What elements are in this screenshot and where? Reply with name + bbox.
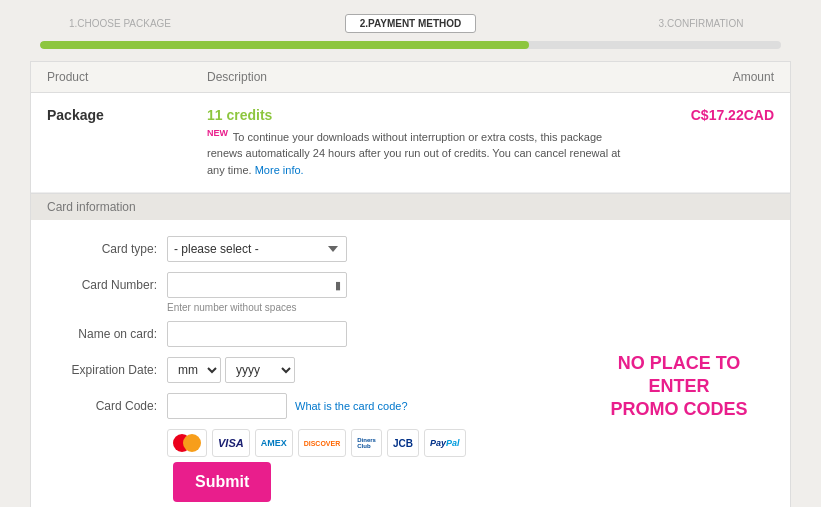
card-type-label: Card type: bbox=[47, 242, 167, 256]
form-left: Card type: - please select - Visa Master… bbox=[47, 236, 574, 507]
expiry-selects: mm 01020304 05060708 09101112 yyyy 20242… bbox=[167, 357, 295, 383]
name-on-card-row: Name on card: bbox=[47, 321, 574, 347]
header-product: Product bbox=[47, 70, 207, 84]
card-code-row: Card Code: What is the card code? bbox=[47, 393, 574, 419]
step-payment-method: 2.PAYMENT METHOD bbox=[331, 14, 491, 33]
card-number-hint: Enter number without spaces bbox=[167, 302, 574, 313]
name-on-card-input[interactable] bbox=[167, 321, 347, 347]
card-number-label: Card Number: bbox=[47, 278, 167, 292]
expiry-month-select[interactable]: mm 01020304 05060708 09101112 bbox=[167, 357, 221, 383]
card-info-header: Card information bbox=[31, 193, 790, 220]
step-confirmation: 3.CONFIRMATION bbox=[621, 18, 781, 29]
expiration-row: Expiration Date: mm 01020304 05060708 09… bbox=[47, 357, 574, 383]
discover-icon: DISCOVER bbox=[298, 429, 347, 457]
form-container: Card type: - please select - Visa Master… bbox=[31, 220, 790, 507]
card-number-input[interactable] bbox=[167, 272, 347, 298]
row-product: Package bbox=[47, 107, 207, 123]
stepper: 1.CHOOSE PACKAGE 2.PAYMENT METHOD 3.CONF… bbox=[0, 0, 821, 33]
card-number-wrapper: ▮ bbox=[167, 272, 347, 298]
progress-bar-container bbox=[40, 41, 781, 49]
jcb-icon: JCB bbox=[387, 429, 419, 457]
header-description: Description bbox=[207, 70, 634, 84]
card-number-icon: ▮ bbox=[335, 279, 341, 292]
header-amount: Amount bbox=[634, 70, 774, 84]
step-choose-package: 1.CHOOSE PACKAGE bbox=[40, 18, 200, 29]
row-desc-text: NEW To continue your downloads without i… bbox=[207, 127, 634, 178]
what-is-code-link[interactable]: What is the card code? bbox=[295, 400, 408, 412]
row-amount: C$17.22CAD bbox=[634, 107, 774, 123]
card-type-row: Card type: - please select - Visa Master… bbox=[47, 236, 574, 262]
step-choose-package-label: 1.CHOOSE PACKAGE bbox=[69, 18, 171, 29]
submit-button[interactable]: Submit bbox=[173, 462, 271, 502]
step-payment-method-label: 2.PAYMENT METHOD bbox=[345, 14, 477, 33]
card-type-select[interactable]: - please select - Visa Mastercard Americ… bbox=[167, 236, 347, 262]
progress-bar-fill bbox=[40, 41, 529, 49]
step-confirmation-label: 3.CONFIRMATION bbox=[659, 18, 744, 29]
payment-icons-submit-row: VISA AMEX DISCOVER DinersClub JCB PayPal… bbox=[167, 429, 574, 502]
promo-text: NO PLACE TO ENTERPROMO CODES bbox=[594, 352, 764, 422]
paypal-icon: PayPal bbox=[424, 429, 466, 457]
name-on-card-label: Name on card: bbox=[47, 327, 167, 341]
credits-label: 11 credits bbox=[207, 107, 634, 123]
amex-icon: AMEX bbox=[255, 429, 293, 457]
new-badge: NEW bbox=[207, 128, 228, 138]
card-code-label: Card Code: bbox=[47, 399, 167, 413]
table-header: Product Description Amount bbox=[31, 62, 790, 93]
card-code-input[interactable] bbox=[167, 393, 287, 419]
product-table: Product Description Amount Package 11 cr… bbox=[30, 61, 791, 507]
more-info-link[interactable]: More info. bbox=[255, 164, 304, 176]
card-number-row: Card Number: ▮ bbox=[47, 272, 574, 298]
table-row: Package 11 credits NEW To continue your … bbox=[31, 93, 790, 193]
row-description: 11 credits NEW To continue your download… bbox=[207, 107, 634, 178]
mastercard-icon bbox=[167, 429, 207, 457]
expiry-year-select[interactable]: yyyy 20242025202620272028 bbox=[225, 357, 295, 383]
expiration-label: Expiration Date: bbox=[47, 363, 167, 377]
promo-section: NO PLACE TO ENTERPROMO CODES bbox=[584, 236, 774, 507]
diners-icon: DinersClub bbox=[351, 429, 382, 457]
visa-icon: VISA bbox=[212, 429, 250, 457]
